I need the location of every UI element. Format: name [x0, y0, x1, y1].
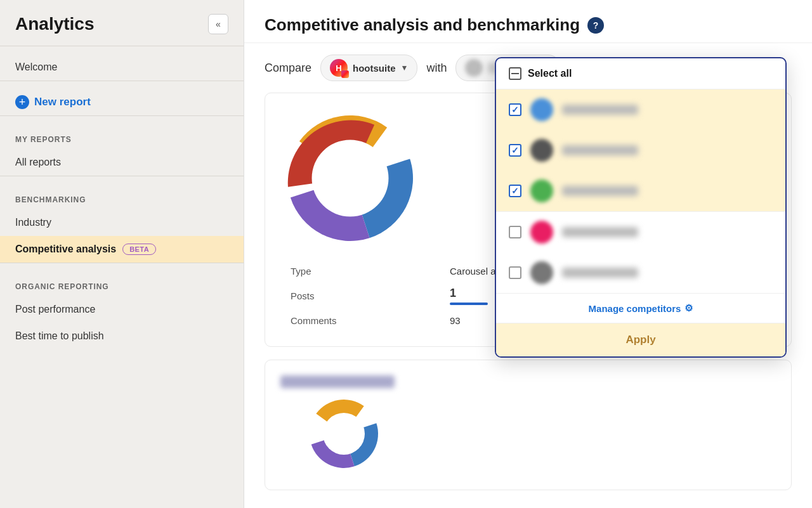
competitive-item-row: Competitive analysis BETA: [15, 244, 228, 255]
comments-label: Comments: [280, 310, 440, 331]
page-title: Competitive analysis and benchmarking: [265, 15, 580, 35]
posts-label: Posts: [280, 282, 440, 310]
carousel-bar: [450, 303, 488, 305]
checkbox-4[interactable]: [509, 226, 521, 238]
sidebar-divider-3: [0, 176, 244, 176]
hootsuite-avatar: H: [330, 59, 348, 77]
svg-point-0: [312, 140, 389, 217]
svg-point-1: [323, 413, 365, 455]
select-all-label: Select all: [528, 68, 572, 79]
sidebar-divider-2: [0, 115, 244, 116]
check-icon-3: ✓: [511, 186, 519, 196]
organic-section-label: ORGANIC REPORTING: [0, 271, 244, 296]
sidebar-item-post-performance[interactable]: Post performance: [0, 296, 244, 323]
dropdown-item-4[interactable]: [496, 212, 785, 252]
dropdown-item-5[interactable]: [496, 252, 785, 293]
avatar-1: [530, 98, 553, 121]
main-header: Competitive analysis and benchmarking ?: [244, 0, 812, 43]
gear-icon: ⚙: [684, 303, 693, 314]
compare-account-selector[interactable]: H hootsuite ▼: [320, 55, 417, 81]
donut-chart-2: [280, 396, 407, 472]
my-reports-section-label: MY REPORTS: [0, 124, 244, 149]
new-report-button[interactable]: + New report: [0, 89, 244, 115]
blurred-avatar: [465, 59, 483, 77]
sidebar: Analytics « Welcome + New report MY REPO…: [0, 0, 244, 508]
avatar-3: [530, 179, 553, 202]
item-name-4: [562, 227, 638, 237]
chart-card-2: [265, 360, 792, 490]
sidebar-header: Analytics «: [0, 0, 244, 46]
sidebar-item-competitive[interactable]: Competitive analysis BETA: [0, 236, 244, 263]
benchmarking-section-label: BENCHMARKING: [0, 184, 244, 209]
account-name: hootsuite: [353, 63, 396, 74]
compare-label: Compare: [265, 62, 311, 75]
avatar-4: [530, 221, 553, 244]
donut-chart: [280, 108, 420, 248]
item-name-2: [562, 145, 638, 155]
beta-badge: BETA: [122, 244, 156, 255]
instagram-mini-icon: [341, 70, 349, 78]
manage-competitors-label: Manage competitors: [589, 303, 681, 314]
item-name-5: [562, 268, 638, 278]
chevron-down-icon: ▼: [401, 63, 409, 72]
collapse-icon: «: [216, 19, 221, 29]
dropdown-item-2[interactable]: ✓: [496, 130, 785, 171]
apply-button[interactable]: Apply: [496, 323, 785, 356]
check-icon-1: ✓: [511, 105, 519, 115]
blurred-chart-header: [280, 375, 395, 388]
plus-icon: +: [15, 95, 29, 109]
sidebar-title: Analytics: [15, 14, 95, 34]
dropdown-list: ✓ ✓ ✓: [496, 89, 785, 293]
sidebar-divider-4: [0, 263, 244, 263]
sidebar-collapse-button[interactable]: «: [208, 14, 228, 34]
checkbox-2[interactable]: ✓: [509, 144, 521, 157]
check-icon-2: ✓: [511, 145, 519, 155]
main-content: Competitive analysis and benchmarking ? …: [244, 0, 812, 508]
checkbox-3[interactable]: ✓: [509, 185, 521, 197]
sidebar-item-industry[interactable]: Industry: [0, 209, 244, 236]
competitor-dropdown: Select all ✓ ✓: [495, 57, 787, 358]
sidebar-divider-1: [0, 81, 244, 81]
sidebar-item-all-reports[interactable]: All reports: [0, 149, 244, 176]
avatar-5: [530, 261, 553, 284]
select-all-checkbox[interactable]: [509, 67, 521, 80]
sidebar-item-best-time[interactable]: Best time to publish: [0, 323, 244, 349]
avatar-2: [530, 139, 553, 162]
minus-icon: [511, 73, 519, 74]
sidebar-divider-top: [0, 46, 244, 46]
dropdown-header[interactable]: Select all: [496, 58, 785, 89]
dropdown-item-3[interactable]: ✓: [496, 171, 785, 211]
type-label: Type: [280, 261, 440, 282]
manage-competitors-link[interactable]: Manage competitors ⚙: [496, 293, 785, 323]
item-name-3: [562, 186, 638, 196]
with-label: with: [426, 62, 447, 75]
sidebar-item-welcome[interactable]: Welcome: [0, 54, 244, 81]
dropdown-item-1[interactable]: ✓: [496, 89, 785, 130]
item-name-1: [562, 105, 638, 115]
checkbox-1[interactable]: ✓: [509, 103, 521, 116]
checkbox-5[interactable]: [509, 266, 521, 279]
help-icon[interactable]: ?: [587, 17, 604, 34]
